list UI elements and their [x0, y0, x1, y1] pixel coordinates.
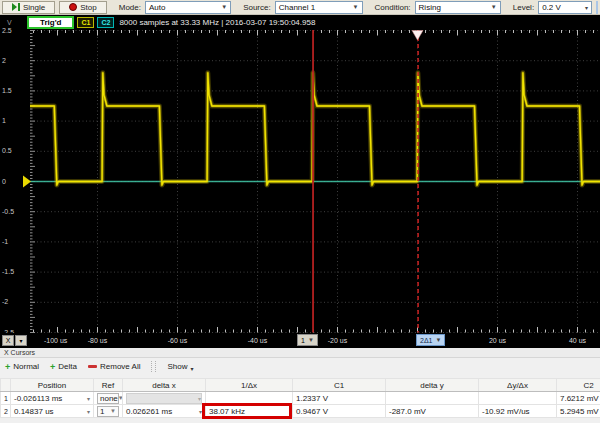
x-axis-mode-button[interactable]: X	[2, 335, 14, 346]
y-tick-label: -0.5	[2, 208, 14, 216]
remove-all-button-label: Remove All	[100, 362, 140, 371]
cursor2-ref-select[interactable]: 1 ▼	[97, 406, 119, 417]
cursor2-chip[interactable]: 2Δ1 ▼	[416, 334, 445, 346]
y-axis-unit-label: V	[2, 19, 24, 26]
y-tick-label: 1.5	[2, 87, 12, 95]
table-header-row: Position Ref delta x 1/Δx C1 delta y Δy/…	[1, 379, 600, 392]
delta-button-label: Delta	[58, 362, 77, 371]
y-tick-label: 0	[2, 178, 6, 186]
cursor2-position-select[interactable]: 0.14837 us ▾	[14, 406, 90, 417]
header-delta-x: delta x	[123, 379, 206, 392]
add-normal-cursor-button[interactable]: + Normal	[5, 362, 39, 371]
x-tick-label: -80 us	[88, 337, 107, 344]
x-tick-label: 20 us	[489, 337, 506, 344]
x-tick-label: -40 us	[248, 337, 267, 344]
cursor1-position-value: -0.026113 ms	[14, 394, 62, 403]
cursor1-delta-x-select-disabled: ▾	[126, 393, 202, 404]
cursor2-position-value: 0.14837 us	[14, 407, 54, 416]
channel2-badge[interactable]: C2	[97, 17, 114, 28]
row-number: 2	[1, 405, 11, 418]
condition-value: Rising	[419, 3, 441, 12]
chevron-down-icon: ▼	[308, 337, 314, 343]
channel1-badge[interactable]: C1	[77, 17, 94, 28]
header-position: Position	[11, 379, 94, 392]
x-cursors-toolbar: + Normal + Delta Remove All Show ▾	[0, 358, 600, 375]
cursor-row-1: 1 -0.026113 ms ▾ none ▼ ▾ 1.2337 V 7.621…	[1, 392, 600, 405]
header-ref: Ref	[94, 379, 123, 392]
level-label: Level:	[513, 3, 534, 12]
row-number: 1	[1, 392, 11, 405]
header-delta-y: delta y	[386, 379, 479, 392]
cursor-row-2: 2 0.14837 us ▾ 1 ▼ 0.026261 ms ▾ 38.07 k…	[1, 405, 600, 418]
cursor1-ref-select[interactable]: none ▼	[97, 393, 119, 404]
ground-marker-icon	[23, 176, 31, 188]
level-select[interactable]: 0.2 V ▾	[538, 1, 592, 14]
x-cursors-panel-title: X Cursors	[0, 348, 600, 358]
cursor2-dydx-value: -10.92 mV/us	[479, 405, 557, 418]
header-num	[1, 379, 11, 392]
chevron-down-icon: ▾	[190, 365, 193, 372]
cursor1-ref-value: none	[100, 394, 118, 403]
minus-icon	[88, 365, 97, 368]
chevron-down-icon: ▼	[118, 395, 123, 401]
y-tick-label: -1	[2, 238, 8, 246]
y-tick-label: 2.5	[2, 27, 12, 35]
cursor2-inv-dx-value: 38.07 kHz	[206, 405, 293, 418]
chevron-down-icon: ▼	[110, 408, 116, 414]
trigger-marker-icon	[412, 31, 423, 41]
y-tick-label: -1.5	[2, 268, 14, 276]
single-button[interactable]: Single	[2, 1, 55, 14]
cursor2-delta-x-select[interactable]: 0.026261 ms ▾	[126, 406, 202, 417]
level-value: 0.2 V	[542, 3, 561, 12]
x-axis-dropdown-button[interactable]: ▾	[15, 335, 27, 346]
chevron-down-icon: ▾	[198, 395, 201, 402]
cursor2-c1-value: 0.9467 V	[293, 405, 386, 418]
cursor1-delta-y-value	[386, 392, 479, 405]
x-axis-bar: X ▾ -100 us-80 us-60 us-40 us-20 us20 us…	[0, 333, 600, 348]
cursor2-c2-value: 5.2945 mV	[557, 405, 600, 418]
chevron-down-icon: ▾	[87, 408, 90, 415]
x-tick-label: 40 us	[569, 337, 586, 344]
mode-label: Mode:	[119, 3, 141, 12]
plus-icon: +	[50, 363, 55, 371]
mode-select[interactable]: Auto ▼	[145, 1, 231, 14]
cursor1-c2-value: 7.6212 mV	[557, 392, 600, 405]
chevron-down-icon: ▼	[435, 337, 441, 343]
waveform-display[interactable]: 2.521.510.50-0.5-1-1.5-2-2.5	[0, 29, 600, 333]
scope-canvas	[0, 29, 600, 333]
x-tick-label: -20 us	[328, 337, 347, 344]
condition-label: Condition:	[375, 3, 411, 12]
cursor1-dydx-value	[479, 392, 557, 405]
add-delta-cursor-button[interactable]: + Delta	[50, 362, 77, 371]
cursor1-c1-value: 1.2337 V	[293, 392, 386, 405]
header-c2: C2	[557, 379, 600, 392]
source-select[interactable]: Channel 1 ▼	[275, 1, 363, 14]
y-tick-label: 1	[2, 117, 6, 125]
stop-icon	[69, 3, 77, 11]
source-value: Channel 1	[279, 3, 315, 12]
header-inv-dx: 1/Δx	[206, 379, 293, 392]
chevron-down-icon: ▾	[87, 395, 90, 402]
cursor2-delta-y-value: -287.0 mV	[386, 405, 479, 418]
chevron-down-icon: ▼	[221, 4, 227, 10]
normal-button-label: Normal	[13, 362, 39, 371]
trigger-status-badge: Trig'd	[27, 16, 74, 29]
status-bar: V Trig'd C1 C2 8000 samples at 33.33 MHz…	[0, 15, 600, 29]
single-trigger-icon	[12, 3, 20, 11]
stop-button[interactable]: Stop	[59, 1, 106, 14]
cursor1-chip[interactable]: 1 ▼	[297, 334, 318, 346]
show-menu-button[interactable]: Show ▾	[167, 361, 193, 372]
cursor2-ref-value: 1	[100, 407, 104, 416]
header-c1: C1	[293, 379, 386, 392]
chevron-down-icon: ▾	[585, 4, 588, 11]
chevron-down-icon: ▼	[491, 4, 497, 10]
remove-all-cursors-button[interactable]: Remove All	[88, 362, 140, 371]
cursor1-position-select[interactable]: -0.026113 ms ▾	[14, 393, 90, 404]
x-cursors-panel: X Cursors + Normal + Delta Remove All Sh…	[0, 348, 600, 423]
condition-select[interactable]: Rising ▼	[415, 1, 501, 14]
cursor1-chip-label: 1	[301, 337, 305, 344]
cursors-table: Position Ref delta x 1/Δx C1 delta y Δy/…	[0, 378, 600, 418]
y-tick-label: -2	[2, 298, 8, 306]
single-button-label: Single	[23, 3, 45, 12]
chevron-down-icon: ▾	[199, 408, 202, 415]
